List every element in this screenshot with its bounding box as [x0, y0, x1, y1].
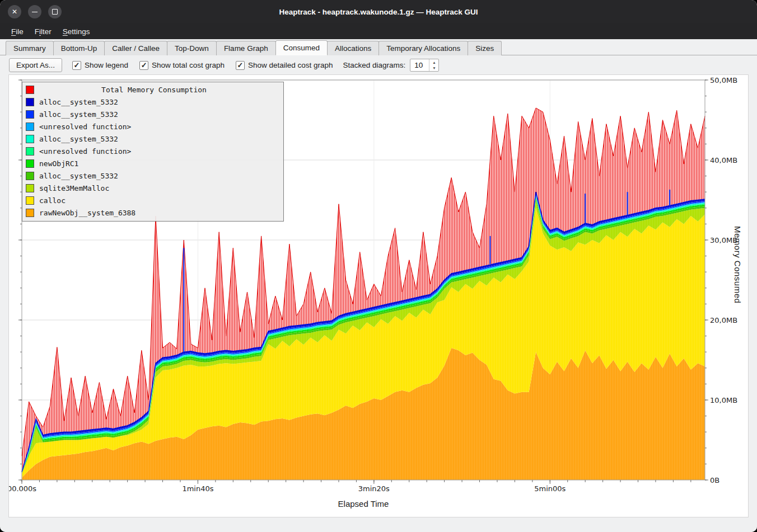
menu-filter[interactable]: Filter: [29, 25, 57, 39]
legend-entry: alloc__system_5332: [22, 108, 283, 120]
legend-swatch: [26, 135, 34, 143]
tab-top-down[interactable]: Top-Down: [167, 41, 217, 55]
legend-swatch: [26, 98, 34, 106]
legend-swatch: [26, 147, 34, 156]
legend-title-row: Total Memory Consumption: [22, 83, 283, 96]
close-button[interactable]: ✕: [8, 5, 21, 18]
legend-label: rawNewObj__system_6388: [39, 209, 135, 217]
minimize-button[interactable]: [28, 5, 41, 18]
spin-up-button[interactable]: ▲: [429, 59, 438, 65]
checkbox-icon[interactable]: ✓: [139, 61, 148, 70]
legend-entry: alloc__system_5332: [22, 170, 283, 182]
legend-title: Total Memory Consumption: [39, 86, 279, 94]
stacked-diagrams-control: Stacked diagrams: 10 ▲ ▼: [343, 59, 440, 72]
heaptrack-window: ✕ Heaptrack - heaptrack.wakunode.1.gz — …: [0, 0, 757, 532]
checkbox-icon[interactable]: ✓: [236, 61, 245, 70]
maximize-icon: [52, 9, 58, 15]
legend-label: alloc__system_5332: [39, 98, 118, 106]
checkbox-show-total-cost-graph[interactable]: ✓Show total cost graph: [139, 61, 225, 70]
legend-label: alloc__system_5332: [39, 135, 118, 143]
legend-entry: <unresolved function>: [22, 145, 283, 157]
legend-label: <unresolved function>: [39, 147, 131, 156]
legend-entry: alloc__system_5332: [22, 133, 283, 145]
legend-swatch: [26, 123, 34, 131]
legend-label: alloc__system_5332: [39, 110, 118, 119]
checkbox-icon[interactable]: ✓: [72, 61, 81, 70]
svg-text:1min40s: 1min40s: [182, 484, 213, 493]
tab-consumed[interactable]: Consumed: [275, 40, 328, 55]
svg-text:10,0MB: 10,0MB: [710, 396, 737, 404]
spin-buttons: ▲ ▼: [429, 59, 438, 71]
svg-text:5min00s: 5min00s: [534, 484, 566, 493]
svg-text:3min20s: 3min20s: [358, 484, 390, 493]
checkbox-label: Show total cost graph: [152, 61, 225, 69]
y-axis-title: Memory Consumed: [733, 226, 742, 303]
window-controls: ✕: [8, 5, 62, 18]
legend-entry: calloc: [22, 194, 283, 206]
stacked-diagrams-label: Stacked diagrams:: [343, 61, 406, 69]
tab-allocations[interactable]: Allocations: [327, 41, 379, 55]
legend-swatch: [26, 196, 34, 205]
svg-text:40,0MB: 40,0MB: [710, 156, 737, 164]
window-title: Heaptrack - heaptrack.wakunode.1.gz — He…: [0, 8, 757, 16]
chart-legend: Total Memory Consumptionalloc__system_53…: [22, 82, 284, 222]
checkbox-show-detailed-cost-graph[interactable]: ✓Show detailed cost graph: [236, 61, 333, 70]
title-bar: ✕ Heaptrack - heaptrack.wakunode.1.gz — …: [0, 0, 757, 23]
legend-entry: sqlite3MemMalloc: [22, 182, 283, 194]
legend-total-swatch: [26, 86, 34, 94]
svg-text:00.000s: 00.000s: [9, 484, 36, 493]
legend-label: <unresolved function>: [39, 123, 131, 131]
main-content: SummaryBottom-UpCaller / CalleeTop-DownF…: [0, 39, 757, 532]
tab-sizes[interactable]: Sizes: [468, 41, 502, 55]
x-axis-title: Elapsed Time: [22, 499, 705, 509]
stacked-diagrams-value[interactable]: 10: [410, 59, 429, 71]
export-as-button[interactable]: Export As...: [9, 58, 62, 72]
checkbox-show-legend[interactable]: ✓Show legend: [72, 61, 128, 70]
legend-entry: <unresolved function>: [22, 120, 283, 133]
tab-caller-callee[interactable]: Caller / Callee: [104, 41, 167, 55]
legend-label: sqlite3MemMalloc: [39, 184, 109, 192]
close-icon: ✕: [12, 8, 17, 15]
legend-swatch: [26, 184, 34, 192]
tab-flame-graph[interactable]: Flame Graph: [216, 41, 276, 55]
svg-text:50,0MB: 50,0MB: [710, 76, 737, 84]
consumed-chart[interactable]: 00.000s1min40s3min20s5min00s0B10,0MB20,0…: [8, 74, 749, 517]
checkbox-label: Show legend: [85, 61, 128, 69]
legend-swatch: [26, 159, 34, 168]
maximize-button[interactable]: [48, 5, 62, 18]
legend-label: calloc: [39, 196, 66, 205]
spin-down-button[interactable]: ▼: [429, 65, 438, 72]
svg-text:20,0MB: 20,0MB: [710, 316, 737, 324]
toolbar-checkboxes: ✓Show legend✓Show total cost graph✓Show …: [72, 61, 333, 70]
legend-entry: rawNewObj__system_6388: [22, 206, 283, 219]
legend-label: alloc__system_5332: [39, 172, 118, 180]
tab-temporary-allocations[interactable]: Temporary Allocations: [378, 41, 468, 55]
legend-entry: alloc__system_5332: [22, 96, 283, 108]
tab-summary[interactable]: Summary: [6, 41, 54, 55]
legend-label: newObjRC1: [39, 159, 78, 168]
legend-entry: newObjRC1: [22, 157, 283, 170]
toolbar: Export As... ✓Show legend✓Show total cos…: [0, 56, 757, 74]
tab-bottom-up[interactable]: Bottom-Up: [53, 41, 105, 55]
legend-swatch: [26, 110, 34, 119]
menu-file[interactable]: File: [6, 25, 29, 39]
checkbox-label: Show detailed cost graph: [248, 61, 333, 69]
legend-swatch: [26, 172, 34, 180]
legend-swatch: [26, 209, 34, 217]
stacked-diagrams-spinbox[interactable]: 10 ▲ ▼: [410, 59, 439, 72]
svg-text:0B: 0B: [710, 476, 719, 484]
minimize-icon: [32, 12, 38, 12]
menu-settings[interactable]: Settings: [57, 25, 96, 39]
menu-bar: FileFilterSettings: [0, 23, 757, 39]
tab-bar: SummaryBottom-UpCaller / CalleeTop-DownF…: [0, 39, 757, 55]
